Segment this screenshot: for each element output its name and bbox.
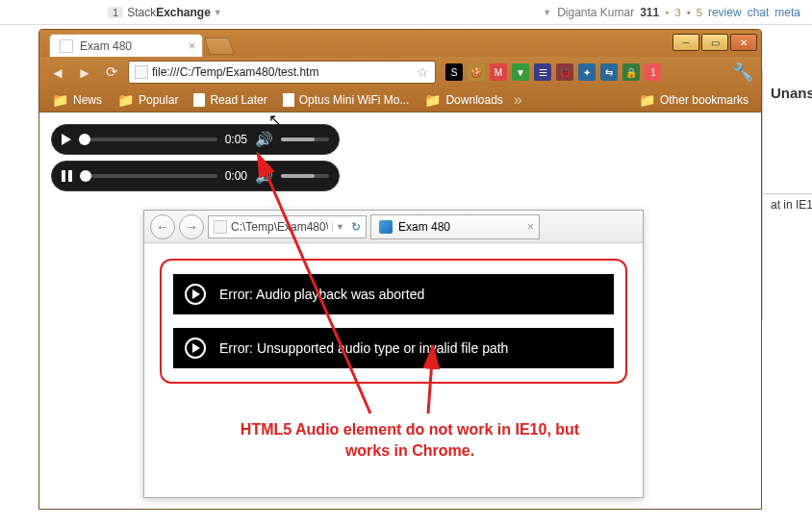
volume-track[interactable] — [281, 138, 329, 141]
play-outline-icon[interactable] — [185, 284, 206, 305]
ext-wand-icon[interactable]: ✦ — [578, 63, 596, 81]
audio-error-1: Error: Audio playback was aborted — [173, 274, 614, 314]
bookmark-read-later[interactable]: Read Later — [187, 90, 273, 110]
pause-icon[interactable] — [62, 170, 72, 182]
maximize-button[interactable]: ▭ — [701, 34, 728, 51]
seek-track[interactable] — [80, 174, 217, 178]
ie-forward-button[interactable]: → — [179, 214, 204, 239]
audio-error-2: Error: Unsupported audio type or invalid… — [173, 328, 614, 368]
ext-cookie-icon[interactable]: 🍪 — [468, 63, 485, 81]
notification-badge[interactable]: 1 — [108, 7, 123, 18]
review-link[interactable]: review — [708, 6, 742, 19]
chrome-toolbar: ◄ ► ⟳ file:///C:/Temp/Exam480/test.htm ☆… — [39, 57, 761, 88]
url-text: file:///C:/Temp/Exam480/test.htm — [152, 65, 413, 79]
audio-player-1[interactable]: 0:05 🔊 — [51, 124, 340, 155]
unanswered-header[interactable]: Unans — [771, 85, 812, 101]
ie-tab[interactable]: Exam 480 × — [370, 214, 540, 239]
address-bar[interactable]: file:///C:/Temp/Exam480/test.htm ☆ — [128, 61, 436, 84]
ext-gmail-icon[interactable]: M — [490, 63, 507, 81]
play-outline-icon[interactable] — [185, 338, 206, 359]
seek-knob[interactable] — [79, 134, 90, 145]
page-icon — [193, 93, 205, 107]
reload-icon[interactable]: ↻ — [351, 220, 361, 234]
badge-dot-icon: ● — [665, 9, 669, 15]
bookmark-downloads[interactable]: 📁Downloads — [418, 89, 509, 111]
ie-address-bar[interactable]: C:\Temp\Exam480\test.h ▼ ↻ — [208, 215, 367, 238]
chat-link[interactable]: chat — [748, 6, 770, 19]
ext-share-icon[interactable]: ⇆ — [600, 63, 618, 81]
ext-bug-icon[interactable]: 🐞 — [556, 63, 573, 81]
back-button[interactable]: ◄ — [47, 62, 68, 83]
error-text: Error: Unsupported audio type or invalid… — [219, 340, 508, 356]
user-trigger[interactable]: ▼ — [543, 8, 551, 17]
badge-count: 3 — [674, 7, 680, 18]
ie-tab-close-icon[interactable]: × — [527, 220, 534, 234]
chrome-titlebar[interactable]: Exam 480 × ─ ▭ ✕ — [39, 30, 761, 57]
speaker-icon[interactable]: 🔊 — [255, 167, 273, 185]
se-label[interactable]: StackExchange — [127, 6, 211, 19]
close-window-button[interactable]: ✕ — [730, 34, 757, 51]
menu-icon[interactable]: 🔧 — [732, 62, 753, 83]
dropdown-arrow-icon[interactable]: ▼ — [214, 8, 222, 17]
tab-title: Exam 480 — [80, 39, 132, 53]
bookmark-other[interactable]: 📁Other bookmarks — [632, 89, 755, 111]
minimize-button[interactable]: ─ — [672, 34, 699, 51]
bookmark-popular[interactable]: 📁Popular — [111, 89, 185, 111]
bookmark-star-icon[interactable]: ☆ — [417, 64, 429, 80]
play-icon[interactable] — [62, 134, 71, 145]
ext-lock-icon[interactable]: 🔒 — [622, 63, 640, 81]
ie-toolbar: ← → C:\Temp\Exam480\test.h ▼ ↻ Exam 480 … — [144, 211, 643, 243]
folder-icon: 📁 — [424, 92, 441, 108]
badge-count: 5 — [697, 7, 702, 18]
ie-tab-title: Exam 480 — [398, 220, 450, 234]
file-icon — [214, 220, 227, 234]
bookmark-optus[interactable]: Optus Mini WiFi Mo... — [276, 90, 417, 110]
ie-favicon-icon — [379, 220, 393, 234]
ext-dl-icon[interactable]: ▼ — [512, 63, 529, 81]
browser-tab[interactable]: Exam 480 × — [49, 34, 203, 57]
speaker-icon[interactable]: 🔊 — [255, 131, 273, 148]
user-name[interactable]: Diganta Kumar — [557, 6, 634, 19]
error-highlight-box: Error: Audio playback was aborted Error:… — [160, 259, 627, 384]
time-display: 0:00 — [225, 169, 247, 183]
audio-player-2[interactable]: 0:00 🔊 — [51, 161, 340, 191]
reload-button[interactable]: ⟳ — [101, 62, 122, 83]
seek-track[interactable] — [79, 138, 217, 141]
ext-feed-icon[interactable]: ☰ — [534, 63, 551, 81]
time-display: 0:05 — [225, 133, 247, 146]
badge-dot-icon: ● — [687, 9, 691, 15]
dropdown-icon[interactable]: ▼ — [332, 222, 347, 232]
topbar-right: ▼ Diganta Kumar 311 ● 3 ● 5 review chat … — [543, 6, 812, 19]
folder-icon: 📁 — [117, 92, 134, 108]
page-icon — [283, 93, 294, 107]
ie-content: Error: Audio playback was aborted Error:… — [144, 243, 643, 399]
error-text: Error: Audio playback was aborted — [219, 287, 424, 302]
meta-link[interactable]: meta — [774, 6, 800, 19]
bookmarks-bar: 📁News 📁Popular Read Later Optus Mini WiF… — [39, 88, 761, 113]
ext-s-icon[interactable]: S — [445, 63, 463, 81]
reputation: 311 — [640, 6, 659, 19]
forward-button[interactable]: ► — [74, 62, 95, 83]
file-icon — [135, 65, 148, 79]
seek-knob[interactable] — [80, 170, 91, 182]
se-topbar: 1 StackExchange ▼ ▼ Diganta Kumar 311 ● … — [0, 0, 812, 25]
tab-close-icon[interactable]: × — [189, 39, 195, 53]
ie-back-button[interactable]: ← — [150, 214, 175, 239]
favicon-icon — [60, 39, 73, 53]
folder-icon: 📁 — [639, 92, 655, 108]
bookmark-news[interactable]: 📁News — [45, 89, 109, 111]
volume-track[interactable] — [281, 174, 329, 178]
ext-badge-icon[interactable]: 1 — [645, 63, 662, 81]
folder-icon: 📁 — [52, 92, 68, 108]
bookmarks-overflow-icon[interactable]: » — [512, 91, 524, 109]
ie-url-text: C:\Temp\Exam480\test.h — [231, 220, 328, 234]
right-side-panel: Unans at in IE1 — [762, 70, 812, 320]
ie-window: ← → C:\Temp\Exam480\test.h ▼ ↻ Exam 480 … — [143, 210, 644, 498]
body-snippet: at in IE1 — [771, 198, 812, 212]
extension-icons: S 🍪 M ▼ ☰ 🐞 ✦ ⇆ 🔒 1 — [442, 63, 662, 81]
new-tab-button[interactable] — [204, 38, 236, 55]
